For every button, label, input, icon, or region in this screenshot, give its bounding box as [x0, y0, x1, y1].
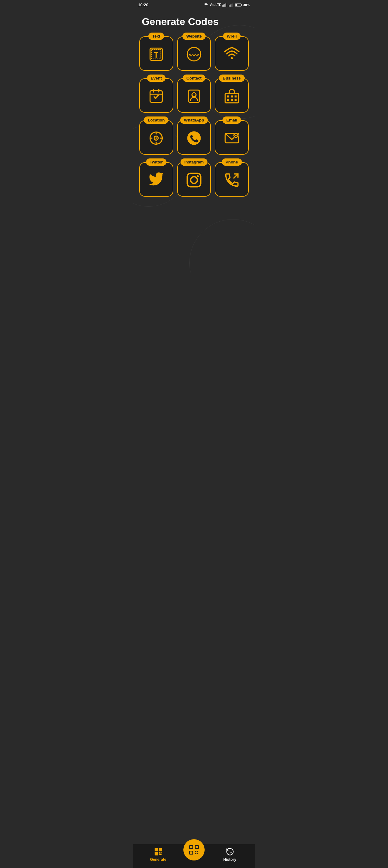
svg-rect-5	[230, 4, 230, 7]
svg-point-22	[192, 93, 196, 97]
svg-rect-42	[187, 173, 201, 187]
svg-point-41	[235, 135, 236, 136]
svg-point-44	[197, 175, 199, 178]
card-event-label: Event	[147, 74, 165, 82]
card-event[interactable]: Event	[139, 78, 173, 113]
card-instagram[interactable]: Instagram	[177, 162, 211, 197]
card-website-label: Website	[183, 33, 205, 40]
signal-icon	[223, 3, 227, 7]
card-wifi-label: Wi-Fi	[223, 33, 240, 40]
svg-rect-24	[227, 95, 229, 98]
wifi-icon	[224, 46, 240, 62]
svg-text:www: www	[189, 53, 199, 57]
grid-row-2: Event Contact Business	[139, 78, 249, 113]
svg-line-45	[234, 174, 238, 178]
card-whatsapp-label: WhatsApp	[180, 117, 208, 124]
location-icon	[148, 130, 164, 146]
business-icon	[224, 88, 240, 104]
svg-point-37	[187, 131, 201, 145]
signal2-icon	[229, 3, 234, 7]
email-icon	[224, 130, 240, 146]
twitter-icon	[148, 172, 164, 188]
event-icon	[148, 88, 164, 104]
card-instagram-label: Instagram	[181, 158, 207, 166]
card-wifi[interactable]: Wi-Fi	[215, 36, 249, 71]
grid-row-3: Location WhatsApp Email	[139, 120, 249, 155]
card-phone-label: Phone	[222, 158, 242, 166]
card-twitter-label: Twitter	[146, 158, 167, 166]
svg-rect-3	[226, 3, 226, 7]
svg-rect-25	[231, 95, 233, 98]
contact-icon	[186, 88, 202, 104]
signal-text: Vo₂ LTE	[209, 3, 221, 7]
svg-rect-28	[231, 99, 233, 101]
card-business-label: Business	[219, 74, 245, 82]
svg-rect-26	[234, 95, 236, 98]
battery-icon	[235, 3, 242, 7]
card-email[interactable]: Email	[215, 120, 249, 155]
svg-rect-27	[227, 99, 229, 101]
svg-rect-7	[232, 3, 232, 7]
card-text[interactable]: Text T	[139, 36, 173, 71]
card-location-label: Location	[144, 117, 168, 124]
card-email-label: Email	[223, 117, 241, 124]
code-grid: Text T Website www Wi-Fi Event Conta	[133, 36, 255, 197]
svg-point-43	[191, 177, 197, 184]
card-text-label: Text	[148, 33, 164, 40]
svg-rect-17	[150, 91, 162, 102]
whatsapp-icon	[186, 130, 202, 146]
svg-text:T: T	[154, 51, 159, 59]
website-icon: www	[186, 46, 202, 62]
card-website[interactable]: Website www	[177, 36, 211, 71]
grid-row-4: Twitter Instagram Phone	[139, 162, 249, 197]
time: 10:20	[138, 2, 148, 7]
svg-rect-4	[229, 5, 229, 7]
battery-pct: 30%	[243, 3, 250, 7]
svg-rect-0	[223, 5, 223, 7]
card-twitter[interactable]: Twitter	[139, 162, 173, 197]
svg-rect-9	[241, 4, 241, 6]
svg-rect-29	[234, 99, 236, 101]
svg-rect-2	[224, 4, 225, 7]
svg-point-16	[231, 57, 233, 60]
phone-icon	[224, 172, 240, 188]
card-location[interactable]: Location	[139, 120, 173, 155]
wifi-status-icon	[203, 3, 208, 7]
status-icons: Vo₂ LTE 30%	[203, 3, 250, 7]
page-title: Generate Codes	[133, 8, 255, 36]
status-bar: 10:20 Vo₂ LTE 30%	[133, 0, 255, 8]
svg-rect-10	[235, 4, 237, 6]
text-icon: T	[148, 46, 164, 62]
svg-point-32	[156, 137, 157, 139]
svg-rect-23	[225, 93, 238, 103]
card-contact[interactable]: Contact	[177, 78, 211, 113]
card-phone[interactable]: Phone	[215, 162, 249, 197]
card-whatsapp[interactable]: WhatsApp	[177, 120, 211, 155]
svg-rect-6	[231, 4, 231, 7]
card-business[interactable]: Business	[215, 78, 249, 113]
grid-row-1: Text T Website www Wi-Fi	[139, 36, 249, 71]
svg-rect-1	[223, 4, 224, 7]
instagram-icon	[186, 172, 202, 188]
card-contact-label: Contact	[183, 74, 205, 82]
